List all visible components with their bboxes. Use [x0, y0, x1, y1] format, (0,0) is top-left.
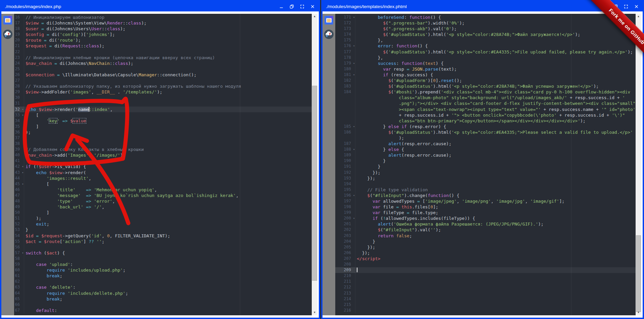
line-number[interactable]: 24 — [14, 61, 24, 66]
code-line[interactable]: 16// Инициализируем шаблонизатор — [14, 14, 312, 20]
code-line[interactable]: 18$user = di(Johncms\Users\User::class); — [14, 26, 312, 32]
code-line[interactable]: 213 — [335, 290, 636, 296]
code-line[interactable]: 36); — [14, 129, 312, 135]
code-line[interactable]: 31 — [14, 101, 312, 106]
titlebar[interactable]: ./modules/images/index.php — [1, 1, 319, 11]
code-line[interactable]: 29$view->addFolder('images', __DIR__ . '… — [14, 89, 312, 95]
code-line[interactable]: 59 case 'upload': — [14, 262, 312, 267]
line-number[interactable]: 44 — [14, 175, 24, 181]
code-line[interactable]: 57▾switch ($act) { — [14, 250, 312, 256]
code-line[interactable]: 193 }); — [335, 175, 636, 181]
line-number[interactable]: 176▾ — [335, 43, 355, 49]
code-line[interactable]: 38 — [14, 141, 312, 147]
code-line[interactable]: 50 ] — [14, 210, 312, 215]
code-line[interactable]: 202 $("#fileInput").val(''); — [335, 227, 636, 233]
line-number[interactable]: 196▾ — [335, 193, 355, 198]
restore-icon[interactable] — [289, 3, 295, 9]
code-line[interactable]: 212 — [335, 284, 636, 290]
code-line[interactable]: 190 } — [335, 158, 636, 164]
code-line[interactable]: 23// Инициализируем хлебные крошки (цепо… — [14, 55, 312, 61]
fold-arrow-icon[interactable]: ▾ — [353, 14, 355, 20]
line-number[interactable]: 177 — [335, 49, 355, 55]
line-number[interactable]: 208 — [335, 262, 355, 267]
code-line[interactable]: 49 'back_url' => '/', — [14, 204, 312, 210]
line-number[interactable]: 181▾ — [335, 72, 355, 78]
code-line[interactable]: 53} — [14, 227, 312, 233]
line-number[interactable]: 172 — [335, 20, 355, 26]
code-line[interactable]: ><span class="text-nowrap"><input type="… — [335, 107, 636, 112]
line-number[interactable]: 173 — [335, 26, 355, 32]
code-line[interactable]: 183 $('#uploadStatus').html('<p style="c… — [335, 83, 636, 89]
code-line[interactable]: 60 require 'includes/upload.php'; — [14, 267, 312, 273]
line-number[interactable]: 202 — [335, 227, 355, 233]
line-number[interactable]: 215 — [335, 302, 355, 308]
line-number[interactable]: 32▾ — [14, 107, 24, 112]
line-number[interactable]: 192 — [335, 170, 355, 175]
code-line[interactable]: 24$nav_chain = di(Johncms\NavChain::clas… — [14, 61, 312, 66]
code-line[interactable]: 54$id = $request->getQuery('id', 0, FILT… — [14, 233, 312, 239]
line-number[interactable]: 19 — [14, 32, 24, 37]
fullscreen-icon[interactable] — [299, 3, 305, 9]
code-line[interactable]: 30 — [14, 95, 312, 101]
code-line[interactable]: 207</script> — [335, 256, 636, 262]
code-line[interactable]: 189 alert(resp.error.cause); — [335, 152, 636, 158]
line-number[interactable]: 45▾ — [14, 181, 24, 187]
code-line[interactable]: 198 var file = this.files[0]; — [335, 204, 636, 210]
line-number[interactable]: 189 — [335, 152, 355, 158]
vertical-scrollbar[interactable]: ▲ ▼ — [312, 14, 317, 315]
code-line[interactable]: 197 var allowedTypes = ['image/jpeg', 'i… — [335, 198, 636, 204]
code-line[interactable]: ); — [335, 135, 636, 141]
code-line[interactable]: 194 — [335, 181, 636, 187]
code-line[interactable]: 195 // File type validation — [335, 187, 636, 193]
line-number[interactable]: 55 — [14, 239, 24, 244]
line-number[interactable]: 42▾ — [14, 164, 24, 169]
code-line[interactable]: 208 — [335, 262, 636, 267]
line-number[interactable]: 180 — [335, 66, 355, 72]
line-number[interactable]: 210 — [335, 273, 355, 279]
line-number[interactable]: 64 — [14, 290, 24, 296]
code-line[interactable]: 32▾echo $view->render('name::index', — [14, 107, 312, 112]
code-line[interactable]: 34 'key' => $value — [14, 118, 312, 124]
line-number[interactable]: 23 — [14, 55, 24, 61]
line-number[interactable] — [335, 112, 355, 118]
line-number[interactable]: 35 — [14, 124, 24, 129]
code-line[interactable]: 17$view = di(Johncms\System\View\Render:… — [14, 20, 312, 26]
line-number[interactable]: 43▾ — [14, 170, 24, 175]
line-number[interactable]: 206 — [335, 250, 355, 256]
line-number[interactable]: 207 — [335, 256, 355, 262]
line-number[interactable]: 53 — [14, 227, 24, 233]
line-number[interactable]: 199 — [335, 210, 355, 215]
line-number[interactable]: 30 — [14, 95, 24, 101]
code-line[interactable]: 196▾ $("#fileInput").change(function() { — [335, 193, 636, 198]
fold-arrow-icon[interactable]: ▾ — [22, 112, 24, 118]
line-number[interactable]: 34 — [14, 118, 24, 124]
line-number[interactable]: 21 — [14, 43, 24, 49]
line-number[interactable]: 40 — [14, 152, 24, 158]
code-line[interactable]: 43▾ echo $view->render( — [14, 170, 312, 175]
line-number[interactable]: 193 — [335, 175, 355, 181]
fold-arrow-icon[interactable]: ▾ — [353, 193, 355, 198]
code-line[interactable]: 215 — [335, 302, 636, 308]
code-line[interactable]: 66 — [14, 302, 312, 308]
line-number[interactable] — [335, 118, 355, 124]
code-line[interactable]: .png");"></div> <div class="card-footer … — [335, 101, 636, 106]
code-line[interactable]: 216 — [335, 308, 636, 313]
minimize-icon[interactable] — [278, 3, 284, 9]
code-line[interactable]: 52 exit; — [14, 221, 312, 227]
code-line[interactable]: 25 — [14, 66, 312, 72]
line-number[interactable]: 41 — [14, 158, 24, 164]
line-number[interactable]: 183 — [335, 83, 355, 89]
code-line[interactable]: 191 } — [335, 164, 636, 169]
line-number[interactable]: 200▾ — [335, 215, 355, 221]
fold-arrow-icon[interactable]: ▾ — [22, 164, 24, 169]
code-line[interactable]: 209 — [335, 267, 636, 273]
line-number[interactable]: 39 — [14, 147, 24, 152]
line-number[interactable] — [335, 95, 355, 101]
line-number[interactable]: 198 — [335, 204, 355, 210]
line-number[interactable]: 191 — [335, 164, 355, 169]
close-icon[interactable] — [309, 3, 315, 9]
code-line[interactable]: 204 } — [335, 239, 636, 244]
line-number[interactable]: 63 — [14, 284, 24, 290]
line-number[interactable]: 65 — [14, 296, 24, 302]
line-number[interactable]: 66 — [14, 302, 24, 308]
